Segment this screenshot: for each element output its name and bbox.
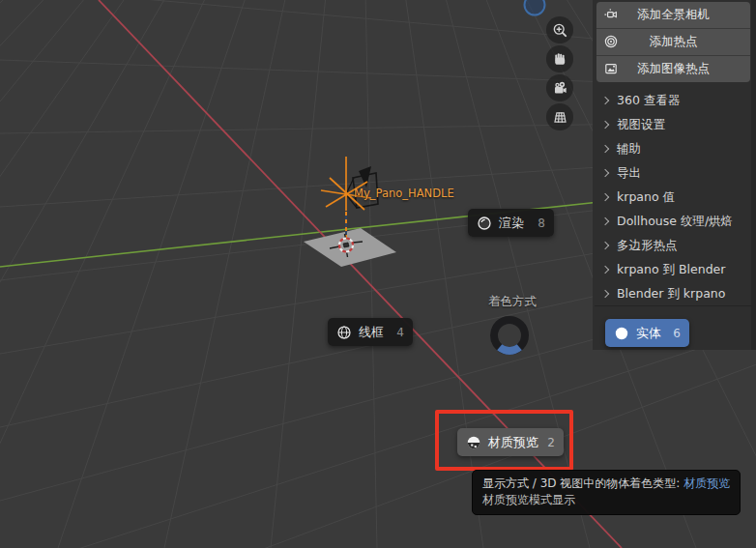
- panel-button-label: 添加热点: [650, 34, 698, 50]
- chevron-right-icon: [601, 193, 609, 201]
- image-hotspot-icon: [603, 61, 619, 76]
- section-label: Blender 到 krpano: [617, 286, 725, 303]
- pie-item-label: 渲染: [499, 215, 524, 232]
- tooltip: 显示方式 / 3D 视图中的物体着色类型: 材质预览 材质预览模式显示: [472, 470, 741, 515]
- section-label: 导出: [617, 165, 641, 182]
- orthographic-toggle-button[interactable]: [546, 103, 573, 130]
- pan-hand-icon: [552, 51, 568, 68]
- chevron-right-icon: [601, 169, 609, 177]
- shading-pie-indicator: [480, 306, 538, 364]
- section-dollhouse-bake[interactable]: Dollhouse 纹理/烘焙: [602, 212, 747, 231]
- chevron-right-icon: [601, 145, 609, 153]
- empty-axes-gizmo[interactable]: [321, 157, 371, 211]
- camera-view-button[interactable]: [546, 74, 573, 101]
- chevron-right-icon: [601, 121, 609, 129]
- section-view-settings[interactable]: 视图设置: [602, 115, 747, 134]
- section-krpano-to-blender[interactable]: krpano 到 Blender: [602, 260, 747, 279]
- tooltip-line2: 材质预览模式显示: [482, 492, 730, 508]
- pie-item-solid[interactable]: 实体 6: [605, 319, 689, 347]
- section-360-viewer[interactable]: 360 查看器: [602, 91, 747, 110]
- blender-3d-viewport[interactable]: My_Pano_HANDLE: [0, 0, 756, 548]
- orthographic-grid-icon: [552, 109, 568, 126]
- section-label: 辅助: [617, 141, 641, 158]
- pie-item-rendered[interactable]: 渲染 8: [468, 209, 554, 237]
- section-label: 多边形热点: [617, 238, 678, 254]
- panel-scrollbar[interactable]: [751, 0, 756, 350]
- solid-icon: [614, 326, 629, 341]
- section-export[interactable]: 导出: [602, 163, 747, 183]
- zoom-in-icon: [552, 22, 568, 39]
- section-polygon-hotspot[interactable]: 多边形热点: [602, 236, 747, 255]
- panel-separator: [595, 305, 751, 306]
- section-helpers[interactable]: 辅助: [602, 139, 747, 159]
- add-panorama-camera-button[interactable]: 添加全景相机: [596, 2, 750, 28]
- tooltip-value: 材质预览: [683, 476, 730, 490]
- pie-item-key-hint: 6: [673, 327, 681, 340]
- chevron-right-icon: [601, 290, 609, 298]
- hotspot-icon: [603, 34, 619, 49]
- panel-button-label: 添加全景相机: [637, 7, 710, 23]
- section-label: 视图设置: [617, 117, 665, 133]
- pan-button[interactable]: [546, 45, 573, 72]
- annotation-highlight-box: [435, 410, 573, 471]
- section-label: krpano 到 Blender: [617, 262, 725, 278]
- camera-view-icon: [552, 80, 568, 97]
- pie-item-key-hint: 4: [396, 326, 404, 339]
- chevron-right-icon: [601, 242, 609, 249]
- chevron-right-icon: [601, 266, 609, 274]
- pie-item-label: 实体: [636, 325, 661, 342]
- zoom-button[interactable]: [546, 16, 573, 43]
- section-blender-to-krpano[interactable]: Blender 到 krpano: [602, 284, 747, 303]
- chevron-right-icon: [601, 97, 609, 104]
- section-label: 360 查看器: [617, 93, 680, 109]
- panel-button-label: 添加图像热点: [637, 61, 710, 77]
- section-label: Dollhouse 纹理/烘焙: [617, 214, 733, 230]
- navigation-gizmo-axis[interactable]: [525, 0, 545, 15]
- wireframe-icon: [336, 325, 352, 340]
- add-hotspot-button[interactable]: 添加热点: [596, 29, 750, 55]
- pie-item-label: 线框: [359, 324, 384, 341]
- section-krpano-values[interactable]: krpano 值: [602, 187, 747, 207]
- render-icon: [477, 216, 492, 231]
- add-image-hotspot-button[interactable]: 添加图像热点: [596, 56, 750, 82]
- section-label: krpano 值: [617, 189, 675, 206]
- krpano-sidebar-panel: 添加全景相机 添加热点 添加图像热点 360 查看器 视图设置 辅助 导出 kr…: [593, 0, 756, 350]
- chevron-right-icon: [601, 217, 609, 225]
- tooltip-line1: 显示方式 / 3D 视图中的物体着色类型: 材质预览: [482, 476, 730, 492]
- pie-item-wireframe[interactable]: 线框 4: [328, 318, 413, 346]
- pie-item-key-hint: 8: [538, 216, 545, 230]
- panorama-camera-icon: [603, 7, 619, 22]
- ground-plane[interactable]: [304, 228, 396, 267]
- object-name-label: My_Pano_HANDLE: [354, 187, 454, 200]
